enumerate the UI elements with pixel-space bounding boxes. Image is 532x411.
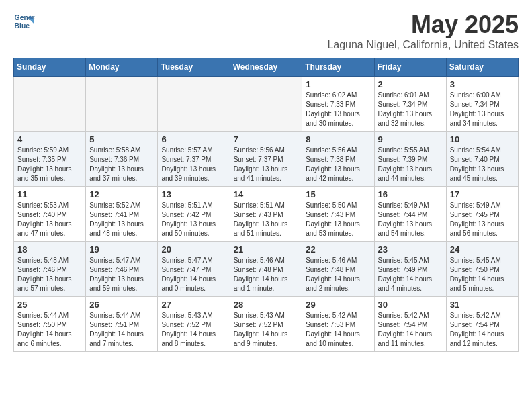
weekday-header-wednesday: Wednesday bbox=[230, 58, 302, 77]
day-number: 4 bbox=[17, 134, 82, 144]
weekday-header-thursday: Thursday bbox=[302, 58, 374, 77]
calendar-cell: 28Sunrise: 5:43 AM Sunset: 7:52 PM Dayli… bbox=[230, 297, 302, 352]
day-number: 2 bbox=[378, 79, 443, 89]
day-info: Sunrise: 5:47 AM Sunset: 7:46 PM Dayligh… bbox=[89, 256, 154, 293]
day-info: Sunrise: 5:56 AM Sunset: 7:38 PM Dayligh… bbox=[306, 146, 370, 183]
calendar-week-row: 11Sunrise: 5:53 AM Sunset: 7:40 PM Dayli… bbox=[14, 187, 519, 242]
day-number: 17 bbox=[450, 189, 515, 199]
day-number: 26 bbox=[89, 300, 154, 310]
day-number: 21 bbox=[234, 244, 299, 255]
day-info: Sunrise: 5:42 AM Sunset: 7:53 PM Dayligh… bbox=[306, 311, 370, 349]
calendar-cell: 22Sunrise: 5:46 AM Sunset: 7:48 PM Dayli… bbox=[302, 242, 374, 297]
day-info: Sunrise: 5:45 AM Sunset: 7:50 PM Dayligh… bbox=[450, 256, 515, 293]
day-info: Sunrise: 5:44 AM Sunset: 7:51 PM Dayligh… bbox=[89, 311, 154, 349]
calendar-week-row: 25Sunrise: 5:44 AM Sunset: 7:50 PM Dayli… bbox=[14, 297, 519, 352]
day-number: 19 bbox=[89, 244, 154, 255]
calendar-cell: 6Sunrise: 5:57 AM Sunset: 7:37 PM Daylig… bbox=[158, 132, 230, 187]
calendar-cell: 29Sunrise: 5:42 AM Sunset: 7:53 PM Dayli… bbox=[302, 297, 374, 352]
weekday-header-monday: Monday bbox=[86, 58, 158, 77]
calendar-cell: 9Sunrise: 5:55 AM Sunset: 7:39 PM Daylig… bbox=[374, 132, 446, 187]
day-number: 16 bbox=[378, 189, 443, 199]
day-number: 10 bbox=[450, 134, 515, 144]
day-number: 20 bbox=[161, 244, 226, 255]
day-info: Sunrise: 5:50 AM Sunset: 7:43 PM Dayligh… bbox=[306, 201, 370, 238]
calendar-table: SundayMondayTuesdayWednesdayThursdayFrid… bbox=[13, 58, 519, 352]
day-number: 5 bbox=[89, 134, 154, 144]
day-info: Sunrise: 5:46 AM Sunset: 7:48 PM Dayligh… bbox=[306, 256, 370, 293]
day-info: Sunrise: 5:59 AM Sunset: 7:35 PM Dayligh… bbox=[17, 146, 82, 183]
calendar-cell: 7Sunrise: 5:56 AM Sunset: 7:37 PM Daylig… bbox=[230, 132, 302, 187]
calendar-cell bbox=[230, 77, 302, 132]
calendar-cell: 18Sunrise: 5:48 AM Sunset: 7:46 PM Dayli… bbox=[14, 242, 86, 297]
day-number: 18 bbox=[17, 244, 82, 255]
day-info: Sunrise: 5:49 AM Sunset: 7:45 PM Dayligh… bbox=[450, 201, 515, 238]
day-info: Sunrise: 5:51 AM Sunset: 7:43 PM Dayligh… bbox=[234, 201, 299, 238]
calendar-cell: 14Sunrise: 5:51 AM Sunset: 7:43 PM Dayli… bbox=[230, 187, 302, 242]
day-info: Sunrise: 5:58 AM Sunset: 7:36 PM Dayligh… bbox=[89, 146, 154, 183]
calendar-cell: 19Sunrise: 5:47 AM Sunset: 7:46 PM Dayli… bbox=[86, 242, 158, 297]
calendar-cell bbox=[14, 77, 86, 132]
day-number: 11 bbox=[17, 189, 82, 199]
calendar-cell: 26Sunrise: 5:44 AM Sunset: 7:51 PM Dayli… bbox=[86, 297, 158, 352]
day-info: Sunrise: 5:53 AM Sunset: 7:40 PM Dayligh… bbox=[17, 201, 82, 238]
day-info: Sunrise: 5:43 AM Sunset: 7:52 PM Dayligh… bbox=[234, 311, 299, 349]
location-title: Laguna Niguel, California, United States bbox=[327, 39, 519, 51]
day-info: Sunrise: 6:01 AM Sunset: 7:34 PM Dayligh… bbox=[378, 91, 443, 128]
day-info: Sunrise: 5:42 AM Sunset: 7:54 PM Dayligh… bbox=[450, 311, 515, 349]
calendar-cell: 13Sunrise: 5:51 AM Sunset: 7:42 PM Dayli… bbox=[158, 187, 230, 242]
weekday-header-saturday: Saturday bbox=[446, 58, 518, 77]
weekday-header-sunday: Sunday bbox=[14, 58, 86, 77]
day-info: Sunrise: 5:52 AM Sunset: 7:41 PM Dayligh… bbox=[89, 201, 154, 238]
day-info: Sunrise: 5:55 AM Sunset: 7:39 PM Dayligh… bbox=[378, 146, 443, 183]
logo-icon: General Blue bbox=[13, 11, 35, 32]
calendar-cell: 8Sunrise: 5:56 AM Sunset: 7:38 PM Daylig… bbox=[302, 132, 374, 187]
page-header: General Blue May 2025 Laguna Niguel, Cal… bbox=[13, 11, 519, 51]
day-number: 14 bbox=[234, 189, 299, 199]
calendar-week-row: 4Sunrise: 5:59 AM Sunset: 7:35 PM Daylig… bbox=[14, 132, 519, 187]
calendar-cell: 11Sunrise: 5:53 AM Sunset: 7:40 PM Dayli… bbox=[14, 187, 86, 242]
day-number: 24 bbox=[450, 244, 515, 255]
calendar-cell: 21Sunrise: 5:46 AM Sunset: 7:48 PM Dayli… bbox=[230, 242, 302, 297]
calendar-cell bbox=[158, 77, 230, 132]
month-title: May 2025 bbox=[327, 11, 519, 39]
logo: General Blue bbox=[13, 11, 35, 32]
day-info: Sunrise: 5:51 AM Sunset: 7:42 PM Dayligh… bbox=[161, 201, 226, 238]
day-number: 12 bbox=[89, 189, 154, 199]
day-info: Sunrise: 5:57 AM Sunset: 7:37 PM Dayligh… bbox=[161, 146, 226, 183]
day-number: 29 bbox=[306, 300, 370, 310]
day-number: 30 bbox=[378, 300, 443, 310]
calendar-cell: 5Sunrise: 5:58 AM Sunset: 7:36 PM Daylig… bbox=[86, 132, 158, 187]
day-number: 7 bbox=[234, 134, 299, 144]
weekday-header-friday: Friday bbox=[374, 58, 446, 77]
calendar-cell: 15Sunrise: 5:50 AM Sunset: 7:43 PM Dayli… bbox=[302, 187, 374, 242]
day-number: 27 bbox=[161, 300, 226, 310]
calendar-cell: 3Sunrise: 6:00 AM Sunset: 7:34 PM Daylig… bbox=[446, 77, 518, 132]
calendar-cell: 1Sunrise: 6:02 AM Sunset: 7:33 PM Daylig… bbox=[302, 77, 374, 132]
calendar-cell: 2Sunrise: 6:01 AM Sunset: 7:34 PM Daylig… bbox=[374, 77, 446, 132]
calendar-cell: 12Sunrise: 5:52 AM Sunset: 7:41 PM Dayli… bbox=[86, 187, 158, 242]
calendar-cell: 10Sunrise: 5:54 AM Sunset: 7:40 PM Dayli… bbox=[446, 132, 518, 187]
day-info: Sunrise: 5:47 AM Sunset: 7:47 PM Dayligh… bbox=[161, 256, 226, 293]
day-info: Sunrise: 5:43 AM Sunset: 7:52 PM Dayligh… bbox=[161, 311, 226, 349]
calendar-cell: 20Sunrise: 5:47 AM Sunset: 7:47 PM Dayli… bbox=[158, 242, 230, 297]
day-number: 25 bbox=[17, 300, 82, 310]
calendar-cell: 24Sunrise: 5:45 AM Sunset: 7:50 PM Dayli… bbox=[446, 242, 518, 297]
calendar-header-row: SundayMondayTuesdayWednesdayThursdayFrid… bbox=[14, 58, 519, 77]
calendar-cell bbox=[86, 77, 158, 132]
weekday-header-tuesday: Tuesday bbox=[158, 58, 230, 77]
day-number: 22 bbox=[306, 244, 370, 255]
day-info: Sunrise: 5:48 AM Sunset: 7:46 PM Dayligh… bbox=[17, 256, 82, 293]
title-block: May 2025 Laguna Niguel, California, Unit… bbox=[327, 11, 519, 51]
day-info: Sunrise: 6:00 AM Sunset: 7:34 PM Dayligh… bbox=[450, 91, 515, 128]
day-number: 28 bbox=[234, 300, 299, 310]
day-info: Sunrise: 5:56 AM Sunset: 7:37 PM Dayligh… bbox=[234, 146, 299, 183]
day-info: Sunrise: 5:42 AM Sunset: 7:54 PM Dayligh… bbox=[378, 311, 443, 349]
day-info: Sunrise: 6:02 AM Sunset: 7:33 PM Dayligh… bbox=[306, 91, 370, 128]
calendar-cell: 17Sunrise: 5:49 AM Sunset: 7:45 PM Dayli… bbox=[446, 187, 518, 242]
calendar-cell: 4Sunrise: 5:59 AM Sunset: 7:35 PM Daylig… bbox=[14, 132, 86, 187]
day-info: Sunrise: 5:45 AM Sunset: 7:49 PM Dayligh… bbox=[378, 256, 443, 293]
calendar-week-row: 18Sunrise: 5:48 AM Sunset: 7:46 PM Dayli… bbox=[14, 242, 519, 297]
calendar-cell: 31Sunrise: 5:42 AM Sunset: 7:54 PM Dayli… bbox=[446, 297, 518, 352]
day-number: 9 bbox=[378, 134, 443, 144]
day-number: 15 bbox=[306, 189, 370, 199]
